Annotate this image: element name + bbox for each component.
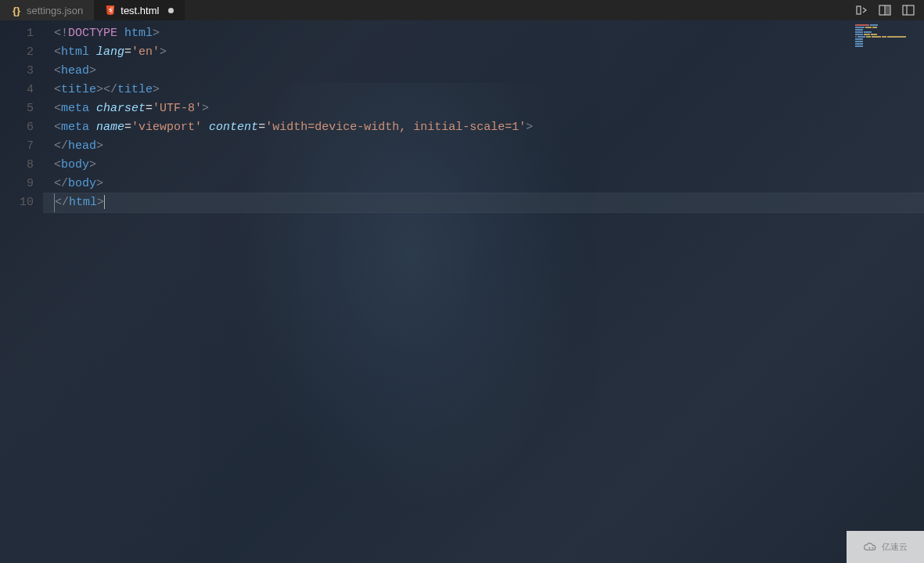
- svg-point-7: [868, 547, 870, 548]
- editor-container: 1 2 3 4 5 6 7 8 9 10 <!DOCTYPE html><htm…: [0, 20, 924, 563]
- tab-label: settings.json: [27, 5, 83, 16]
- json-file-icon: {}: [11, 5, 22, 16]
- line-number[interactable]: 4: [0, 81, 43, 99]
- code-line[interactable]: </body>: [43, 175, 924, 193]
- html-file-icon: 5: [105, 5, 116, 16]
- line-number[interactable]: 6: [0, 118, 43, 137]
- line-number[interactable]: 8: [0, 156, 43, 175]
- tab-bar: {} settings.json 5 test.html: [0, 0, 924, 20]
- line-number[interactable]: 9: [0, 175, 43, 193]
- code-line[interactable]: <body>: [43, 156, 924, 175]
- line-number[interactable]: 10: [0, 193, 43, 212]
- code-line[interactable]: <title></title>: [43, 81, 924, 99]
- tab-label: test.html: [120, 5, 159, 16]
- svg-point-8: [872, 547, 874, 548]
- code-line[interactable]: </head>: [43, 137, 924, 156]
- code-line[interactable]: <meta charset='UTF-8'>: [43, 99, 924, 118]
- cloud-icon: [863, 542, 879, 553]
- editor-layout-icon[interactable]: [902, 4, 915, 16]
- line-number[interactable]: 7: [0, 137, 43, 156]
- code-line[interactable]: <meta name='viewport' content='width=dev…: [43, 118, 924, 137]
- modified-indicator-icon: [168, 8, 174, 13]
- line-number[interactable]: 1: [0, 24, 43, 43]
- compare-changes-icon[interactable]: [855, 4, 868, 16]
- svg-rect-4: [886, 6, 890, 14]
- line-number[interactable]: 2: [0, 43, 43, 62]
- svg-rect-1: [857, 6, 861, 14]
- tab-settings-json[interactable]: {} settings.json: [0, 0, 94, 20]
- tab-test-html[interactable]: 5 test.html: [94, 0, 185, 20]
- minimap[interactable]: [855, 24, 918, 48]
- svg-text:5: 5: [110, 7, 113, 13]
- editor-actions: [855, 4, 924, 16]
- code-line[interactable]: <!DOCTYPE html>: [43, 24, 924, 43]
- line-number[interactable]: 5: [0, 99, 43, 118]
- watermark-text: 亿速云: [882, 541, 908, 553]
- line-number[interactable]: 3: [0, 62, 43, 81]
- code-line[interactable]: <head>: [43, 62, 924, 81]
- code-line[interactable]: <html lang='en'>: [43, 43, 924, 62]
- watermark-logo: 亿速云: [847, 531, 924, 563]
- code-line[interactable]: </html>: [43, 193, 924, 212]
- line-number-gutter: 1 2 3 4 5 6 7 8 9 10: [0, 20, 43, 563]
- split-editor-icon[interactable]: [879, 4, 891, 16]
- svg-rect-5: [903, 5, 914, 15]
- code-editor[interactable]: <!DOCTYPE html><html lang='en'><head><ti…: [43, 20, 924, 563]
